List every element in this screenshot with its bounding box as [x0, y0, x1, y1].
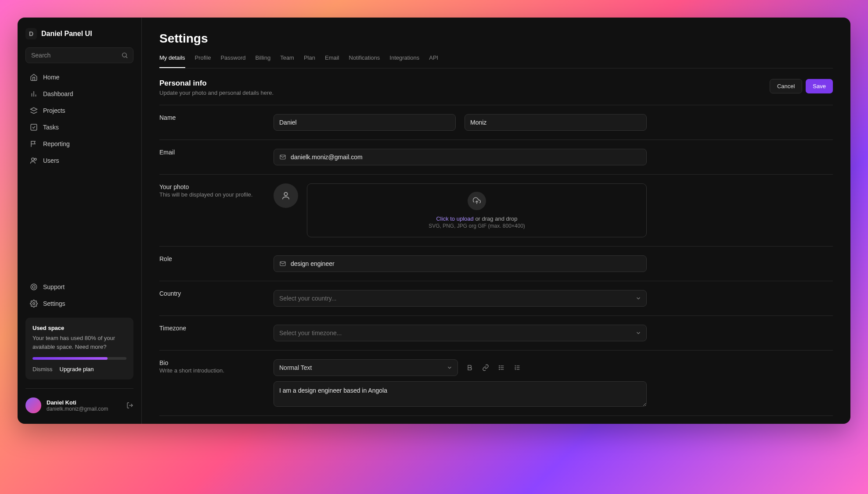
nav-label: Support: [43, 283, 65, 290]
svg-point-19: [499, 365, 500, 366]
nav-label: Users: [43, 157, 59, 164]
numbered-list-icon[interactable]: [513, 364, 521, 372]
used-space-title: Used space: [32, 325, 126, 331]
svg-point-20: [499, 367, 500, 368]
section-title: Personal info: [159, 79, 274, 88]
sidebar-item-users[interactable]: Users: [25, 153, 133, 168]
timezone-label: Timezone: [159, 325, 274, 341]
bio-format-icons: [466, 364, 521, 372]
bio-textarea[interactable]: I am a design engineer based in Angola: [274, 381, 647, 407]
chart-icon: [30, 90, 38, 98]
email-input-wrap: [274, 149, 647, 165]
search-wrap: [25, 47, 133, 63]
brand-title: Daniel Panel UI: [41, 30, 92, 38]
cancel-button[interactable]: Cancel: [770, 79, 802, 93]
sidebar-item-support[interactable]: Support: [25, 279, 133, 295]
tab-my-details[interactable]: My details: [159, 54, 185, 68]
bio-sublabel: Write a short introduction.: [159, 367, 274, 374]
tab-notifications[interactable]: Notifications: [349, 54, 380, 68]
used-space-actions: Dismiss Upgrade plan: [32, 366, 126, 372]
photo-sublabel: This will be displayed on your profile.: [159, 191, 274, 198]
link-icon[interactable]: [482, 364, 490, 372]
sidebar-item-tasks[interactable]: Tasks: [25, 119, 133, 135]
photo-avatar: [274, 183, 298, 208]
sidebar: D Daniel Panel UI Home Dashboard Project…: [18, 18, 142, 424]
upload-hint: SVG, PNG, JPG org GIF (max. 800×400): [315, 223, 638, 229]
nav-label: Tasks: [43, 124, 59, 131]
nav-label: Dashboard: [43, 90, 73, 97]
timezone-select[interactable]: Select your timezone...: [274, 325, 647, 341]
email-input[interactable]: [291, 149, 641, 165]
form-row-photo: Your photo This will be displayed on you…: [159, 175, 833, 247]
upgrade-plan-button[interactable]: Upgrade plan: [60, 366, 94, 372]
main-content: Settings My details Profile Password Bil…: [142, 18, 850, 424]
nav-label: Reporting: [43, 140, 70, 147]
form-row-country: Country Select your country...: [159, 281, 833, 316]
profile-info: Daniel Koti danielk.moniz@gmail.com: [47, 399, 121, 412]
section-subtitle: Update your photo and personal details h…: [159, 89, 274, 96]
svg-point-9: [31, 284, 37, 290]
form-row-email: Email: [159, 140, 833, 175]
svg-point-11: [33, 303, 35, 305]
name-label: Name: [159, 114, 274, 131]
page-title: Settings: [159, 32, 833, 46]
bold-icon[interactable]: [466, 364, 474, 372]
app-window: D Daniel Panel UI Home Dashboard Project…: [18, 18, 850, 424]
nav-label: Settings: [43, 300, 65, 307]
profile-email: danielk.moniz@gmail.com: [47, 406, 121, 412]
bio-toolbar: Normal Text: [274, 359, 647, 376]
svg-line-1: [126, 57, 127, 58]
logout-icon[interactable]: [126, 402, 133, 409]
tab-profile[interactable]: Profile: [195, 54, 211, 68]
tab-team[interactable]: Team: [280, 54, 294, 68]
layers-icon: [30, 107, 38, 115]
form-row-bio: Bio Write a short introduction. Normal T…: [159, 351, 833, 416]
sidebar-item-settings[interactable]: Settings: [25, 296, 133, 311]
users-icon: [30, 157, 38, 165]
save-button[interactable]: Save: [806, 79, 833, 93]
profile-name: Daniel Koti: [47, 399, 121, 406]
photo-label: Your photo This will be displayed on you…: [159, 183, 274, 237]
bullet-list-icon[interactable]: [497, 364, 505, 372]
tab-integrations[interactable]: Integrations: [389, 54, 419, 68]
email-label: Email: [159, 149, 274, 165]
tab-email[interactable]: Email: [325, 54, 339, 68]
mail-icon: [279, 154, 286, 161]
nav-label: Home: [43, 74, 59, 81]
role-input-wrap: [274, 255, 647, 272]
country-select[interactable]: Select your country...: [274, 290, 647, 307]
svg-point-21: [499, 369, 500, 369]
role-input[interactable]: [291, 256, 641, 272]
sidebar-item-home[interactable]: Home: [25, 69, 133, 85]
mail-icon: [279, 260, 286, 267]
tab-billing[interactable]: Billing: [255, 54, 270, 68]
sidebar-item-reporting[interactable]: Reporting: [25, 136, 133, 152]
tab-password[interactable]: Password: [220, 54, 245, 68]
dismiss-button[interactable]: Dismiss: [32, 366, 53, 372]
svg-point-14: [284, 193, 287, 196]
bio-format-select[interactable]: Normal Text: [274, 359, 458, 376]
tab-api[interactable]: API: [429, 54, 438, 68]
country-label: Country: [159, 290, 274, 307]
sidebar-item-projects[interactable]: Projects: [25, 103, 133, 118]
last-name-input[interactable]: [465, 114, 647, 131]
avatar: [25, 397, 41, 413]
first-name-input[interactable]: [274, 114, 456, 131]
flag-icon: [30, 140, 38, 148]
search-icon: [121, 52, 128, 59]
profile-block: Daniel Koti danielk.moniz@gmail.com: [25, 388, 133, 413]
upload-box[interactable]: Click to upload or drag and drop SVG, PN…: [307, 183, 647, 237]
used-space-card: Used space Your team has used 80% of you…: [25, 318, 133, 379]
life-buoy-icon: [30, 283, 38, 291]
tab-plan[interactable]: Plan: [304, 54, 315, 68]
section-header: Personal info Update your photo and pers…: [159, 79, 833, 105]
gear-icon: [30, 300, 38, 308]
svg-point-7: [32, 158, 34, 161]
primary-nav: Home Dashboard Projects Tasks Reporting …: [25, 69, 133, 168]
svg-point-0: [122, 53, 126, 57]
progress-fill: [32, 357, 108, 360]
svg-point-8: [35, 158, 37, 161]
upload-icon: [468, 192, 486, 210]
sidebar-item-dashboard[interactable]: Dashboard: [25, 86, 133, 102]
search-input[interactable]: [25, 47, 133, 63]
